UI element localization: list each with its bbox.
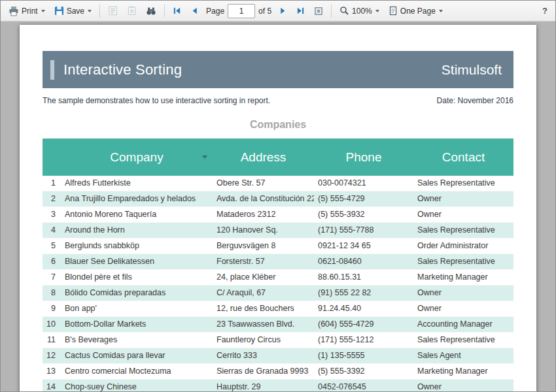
report-date: Date: November 2016	[437, 96, 513, 105]
companies-table: Company Address Phone Contact 1 Alfreds …	[43, 139, 513, 391]
next-page-button[interactable]	[275, 4, 291, 18]
help-button[interactable]: ?	[538, 3, 551, 18]
parameters-panel-icon	[127, 6, 137, 16]
view-mode-label: One Page	[400, 7, 436, 16]
header-cell-address[interactable]: Address	[213, 139, 314, 176]
print-button[interactable]: Print	[5, 3, 49, 19]
table-row: 12 Cactus Comidas para llevar Cerrito 33…	[43, 348, 513, 364]
brand-name: Stimulsoft	[442, 62, 513, 78]
header-cell-contact[interactable]: Contact	[413, 139, 513, 176]
parameters-button[interactable]	[123, 3, 141, 18]
page-number-input[interactable]	[228, 4, 255, 18]
fullscreen-button[interactable]	[310, 4, 327, 18]
company-cell: Cactus Comidas para llevar	[61, 348, 213, 364]
table-row: 7 Blondel père et fils 24, place Kléber …	[43, 270, 513, 286]
view-mode-button[interactable]: One Page	[385, 3, 447, 18]
table-row: 13 Centro comercial Moctezuma Sierras de…	[43, 364, 513, 380]
phone-cell: 0621-08460	[314, 254, 413, 270]
header-cell-phone[interactable]: Phone	[314, 139, 413, 176]
report-page: Interactive Sorting Stimulsoft The sampl…	[20, 25, 536, 391]
sort-indicator-icon	[202, 155, 207, 159]
chevron-down-icon	[88, 10, 92, 12]
row-number-cell: 2	[43, 191, 61, 207]
phone-cell: (91) 555 22 82	[314, 286, 413, 301]
row-number-cell: 6	[43, 254, 61, 270]
contact-cell: Order Administrator	[413, 238, 513, 254]
address-cell: Sierras de Granada 9993	[213, 364, 314, 380]
header-cell-company[interactable]: Company	[61, 139, 213, 176]
row-number-cell: 14	[43, 380, 61, 392]
chevron-down-icon	[41, 10, 45, 12]
toolbar-separator	[164, 5, 165, 18]
row-number-cell: 11	[43, 333, 61, 348]
last-page-button[interactable]	[292, 4, 309, 18]
table-row: 1 Alfreds Futterkiste Obere Str. 57 030-…	[43, 176, 513, 191]
row-number-cell: 4	[43, 223, 61, 238]
company-cell: Berglunds snabbköp	[61, 238, 213, 254]
next-page-icon	[279, 7, 287, 15]
contact-cell: Owner	[413, 301, 513, 317]
phone-cell: (1) 135-5555	[314, 348, 413, 364]
company-cell: B's Beverages	[61, 333, 213, 348]
printer-icon	[9, 6, 19, 16]
company-cell: Chop-suey Chinese	[61, 380, 213, 392]
phone-cell: (5) 555-3932	[314, 207, 413, 223]
prev-page-button[interactable]	[186, 4, 203, 18]
phone-cell: (5) 555-3392	[314, 364, 413, 380]
table-row: 10 Bottom-Dollar Markets 23 Tsawwassen B…	[43, 317, 513, 333]
company-table-body: 1 Alfreds Futterkiste Obere Str. 57 030-…	[43, 176, 513, 391]
first-page-button[interactable]	[169, 4, 185, 18]
company-header-label: Company	[110, 150, 163, 164]
header-cell-number	[43, 139, 61, 176]
contact-cell: Sales Agent	[413, 348, 513, 364]
address-cell: Cerrito 333	[213, 348, 314, 364]
address-cell: Obere Str. 57	[213, 176, 314, 191]
page-label: Page	[204, 7, 226, 16]
company-cell: Around the Horn	[61, 223, 213, 238]
company-cell: Alfreds Futterkiste	[61, 176, 213, 191]
phone-cell: 030-0074321	[314, 176, 413, 191]
phone-cell: (5) 555-4729	[314, 191, 413, 207]
table-row: 8 Bólido Comidas preparadas C/ Araquil, …	[43, 286, 513, 301]
address-cell: 24, place Kléber	[213, 270, 314, 286]
table-row: 11 B's Beverages Fauntleroy Circus (171)…	[43, 333, 513, 348]
row-number-cell: 13	[43, 364, 61, 380]
address-cell: 23 Tsawwassen Blvd.	[213, 317, 314, 333]
contact-cell: Owner	[413, 191, 513, 207]
contact-cell: Accounting Manager	[413, 317, 513, 333]
report-viewer-window: Print Save	[0, 0, 556, 392]
contact-cell: Sales Representative	[413, 176, 513, 191]
address-cell: C/ Araquil, 67	[213, 286, 314, 301]
company-cell: Bólido Comidas preparadas	[61, 286, 213, 301]
row-number-cell: 8	[43, 286, 61, 301]
bookmarks-panel-icon	[108, 6, 118, 16]
phone-cell: (171) 555-1212	[314, 333, 413, 348]
help-label: ?	[542, 6, 547, 16]
contact-cell: Marketing Manager	[413, 270, 513, 286]
find-binoculars-icon	[146, 6, 156, 16]
table-row: 4 Around the Horn 120 Hanover Sq. (171) …	[43, 223, 513, 238]
table-row: 3 Antonio Moreno Taquería Mataderos 2312…	[43, 207, 513, 223]
print-button-label: Print	[22, 7, 38, 16]
report-viewport[interactable]: Interactive Sorting Stimulsoft The sampl…	[1, 22, 555, 391]
last-page-icon	[296, 7, 305, 15]
company-cell: Blondel père et fils	[61, 270, 213, 286]
zoom-value-label: 100%	[352, 7, 372, 16]
bookmarks-button[interactable]	[104, 3, 122, 18]
zoom-button[interactable]: 100%	[336, 3, 383, 18]
address-cell: Forsterstr. 57	[213, 254, 314, 270]
address-cell: 120 Hanover Sq.	[213, 223, 314, 238]
table-row: 2 Ana Trujillo Emparedados y helados Avd…	[43, 191, 513, 207]
address-cell: Hauptstr. 29	[213, 380, 314, 392]
find-button[interactable]	[142, 3, 160, 19]
page-count-label: of 5	[256, 7, 273, 16]
chevron-down-icon	[439, 10, 443, 12]
contact-cell: Owner	[413, 380, 513, 392]
prev-page-icon	[190, 7, 199, 15]
company-cell: Antonio Moreno Taquería	[61, 207, 213, 223]
table-title: Companies	[43, 119, 513, 131]
save-button-label: Save	[67, 7, 84, 16]
save-button[interactable]: Save	[50, 3, 96, 18]
phone-cell: (604) 555-4729	[314, 317, 413, 333]
row-number-cell: 12	[43, 348, 61, 364]
